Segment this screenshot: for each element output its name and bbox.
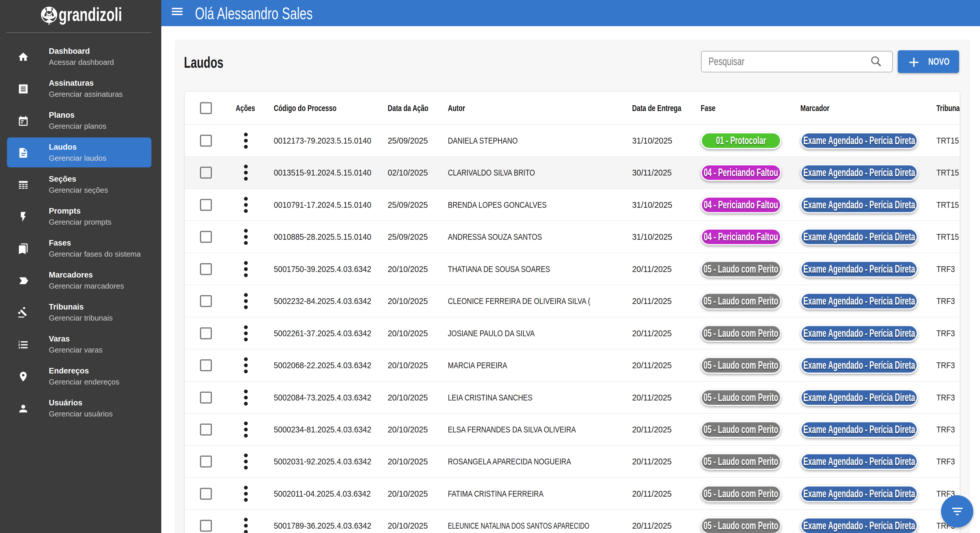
svg-text:grandizoli: grandizoli <box>59 6 122 25</box>
